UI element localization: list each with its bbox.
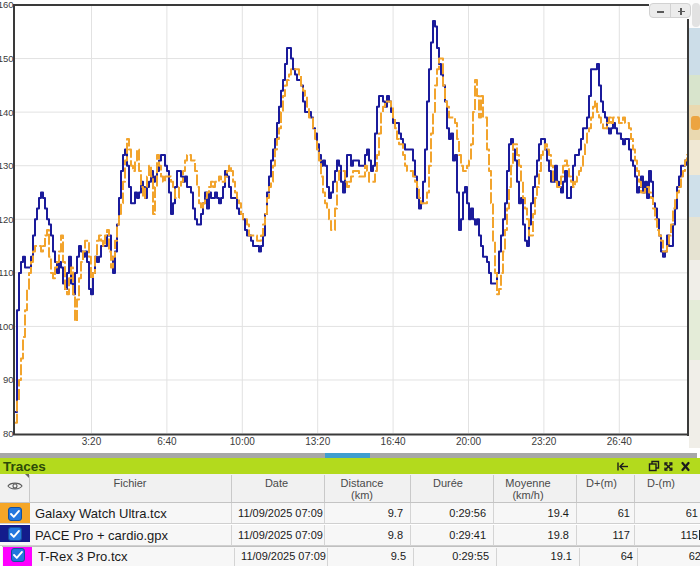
svg-text:16:40: 16:40: [381, 436, 406, 447]
svg-text:150: 150: [0, 53, 14, 64]
svg-text:120: 120: [0, 214, 14, 225]
svg-text:130: 130: [0, 160, 14, 171]
svg-text:140: 140: [0, 107, 14, 118]
svg-text:13:20: 13:20: [305, 436, 330, 447]
svg-text:110: 110: [0, 267, 14, 278]
svg-text:6:40: 6:40: [157, 436, 177, 447]
svg-text:160: 160: [0, 0, 14, 10]
svg-text:100: 100: [0, 321, 14, 332]
svg-text:23:20: 23:20: [531, 436, 556, 447]
svg-text:80: 80: [3, 428, 14, 439]
svg-text:20:00: 20:00: [456, 436, 481, 447]
svg-text:26:40: 26:40: [607, 436, 632, 447]
svg-text:3:20: 3:20: [82, 436, 102, 447]
svg-text:90: 90: [3, 374, 14, 385]
svg-text:10:00: 10:00: [230, 436, 255, 447]
